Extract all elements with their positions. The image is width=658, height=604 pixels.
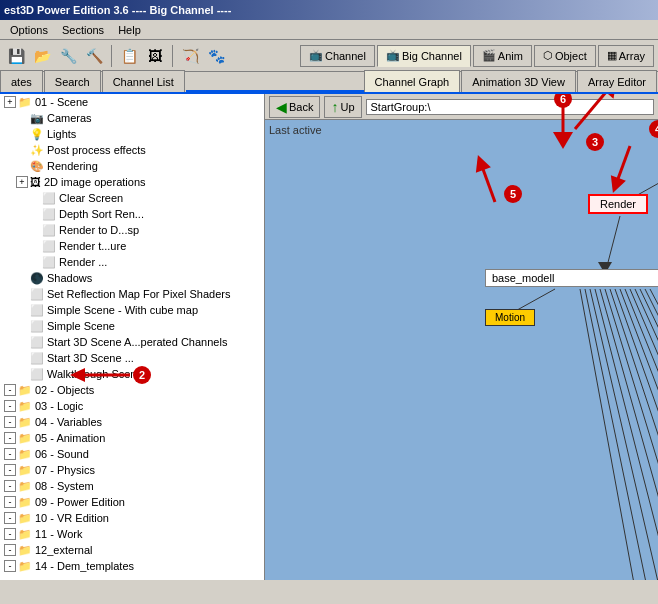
tree-item[interactable]: ⬜Clear Screen	[0, 190, 264, 206]
expand-btn[interactable]: -	[4, 416, 16, 428]
toolbar-footprint[interactable]: 🐾	[204, 44, 228, 68]
toolbar-build[interactable]: 🔨	[82, 44, 106, 68]
back-icon: ◀	[276, 99, 287, 115]
channel-tab-array[interactable]: ▦ Array	[598, 45, 654, 67]
svg-line-5	[600, 289, 658, 580]
toolbar-image[interactable]: 🖼	[143, 44, 167, 68]
tree-icon: 📁	[18, 432, 32, 445]
toolbar-arrow[interactable]: 🏹	[178, 44, 202, 68]
back-button[interactable]: ◀ Back	[269, 96, 320, 118]
svg-line-27	[616, 146, 630, 184]
tree-label: Render ...	[59, 256, 107, 268]
tree-item[interactable]: -📁10 - VR Edition	[0, 510, 264, 526]
svg-line-9	[620, 289, 658, 580]
tree-label: Start 3D Scene A...perated Channels	[47, 336, 227, 348]
tree-item[interactable]: ⬜Walkthrough Scene	[0, 366, 264, 382]
menu-sections[interactable]: Sections	[56, 22, 110, 38]
svg-point-25	[649, 120, 658, 138]
tree-item[interactable]: +📁01 - Scene	[0, 94, 264, 110]
toolbar-open[interactable]: 📂	[30, 44, 54, 68]
tree-item[interactable]: -📁09 - Power Edition	[0, 494, 264, 510]
tree-item[interactable]: ⬜Render to D...sp	[0, 222, 264, 238]
expand-btn[interactable]: -	[4, 480, 16, 492]
expand-btn[interactable]: -	[4, 544, 16, 556]
tree-item[interactable]: ⬜Simple Scene	[0, 318, 264, 334]
tree-item[interactable]: 💡Lights	[0, 126, 264, 142]
channel-tab-anim[interactable]: 🎬 Anim	[473, 45, 532, 67]
tree-item[interactable]: ⬜Simple Scene - With cube map	[0, 302, 264, 318]
tree-icon: 📷	[30, 112, 44, 125]
motion-node[interactable]: Motion	[485, 309, 535, 326]
expand-btn[interactable]: +	[4, 96, 16, 108]
tree-item[interactable]: -📁12_external	[0, 542, 264, 558]
up-button[interactable]: ↑ Up	[324, 96, 361, 118]
svg-line-11	[630, 289, 658, 580]
tree-item[interactable]: ✨Post process effects	[0, 142, 264, 158]
tree-label: 02 - Objects	[35, 384, 94, 396]
connections-svg	[265, 94, 658, 580]
up-icon: ↑	[331, 99, 338, 115]
expand-btn[interactable]: -	[4, 400, 16, 412]
tree-item[interactable]: ⬜Render ...	[0, 254, 264, 270]
expand-btn[interactable]: -	[4, 560, 16, 572]
expand-btn[interactable]: +	[16, 176, 28, 188]
expand-btn[interactable]: -	[4, 432, 16, 444]
expand-btn[interactable]: -	[4, 448, 16, 460]
tree-item[interactable]: 🌑Shadows	[0, 270, 264, 286]
tree-icon: ⬜	[30, 304, 44, 317]
render-node[interactable]: Render	[588, 194, 648, 214]
tree-item[interactable]: -📁04 - Variables	[0, 414, 264, 430]
back-label: Back	[289, 101, 313, 113]
tree-item[interactable]: 🎨Rendering	[0, 158, 264, 174]
tree-icon: 📁	[18, 560, 32, 573]
tree-item[interactable]: -📁11 - Work	[0, 526, 264, 542]
tree-item[interactable]: -📁02 - Objects	[0, 382, 264, 398]
tree-item[interactable]: ⬜Depth Sort Ren...	[0, 206, 264, 222]
tab-array-editor[interactable]: Array Editor	[577, 70, 657, 92]
tree-label: 01 - Scene	[35, 96, 88, 108]
tree-label: 11 - Work	[35, 528, 82, 540]
tab-animation-3d[interactable]: Animation 3D View	[461, 70, 576, 92]
render-node-label: Render	[600, 198, 636, 210]
tab-search[interactable]: Search	[44, 70, 101, 92]
tree-item[interactable]: -📁06 - Sound	[0, 446, 264, 462]
tree-item[interactable]: ⬜Start 3D Scene ...	[0, 350, 264, 366]
expand-btn[interactable]: -	[4, 512, 16, 524]
menu-options[interactable]: Options	[4, 22, 54, 38]
tree-icon: 📁	[18, 544, 32, 557]
expand-btn[interactable]: -	[4, 496, 16, 508]
toolbar-sep-1	[111, 45, 112, 67]
base-node[interactable]: base_modell	[485, 269, 658, 287]
tree-icon: 📁	[18, 528, 32, 541]
expand-btn[interactable]: -	[4, 528, 16, 540]
tree-item[interactable]: ⬜Render t...ure	[0, 238, 264, 254]
tree-item[interactable]: -📁08 - System	[0, 478, 264, 494]
tab-channel-graph[interactable]: Channel Graph	[364, 70, 461, 92]
right-panel[interactable]: ◀ Back ↑ Up StartGroup:\ Last active	[265, 94, 658, 580]
toolbar-paste[interactable]: 📋	[117, 44, 141, 68]
tree-label: 03 - Logic	[35, 400, 83, 412]
toolbar-settings[interactable]: 🔧	[56, 44, 80, 68]
nav-path[interactable]: StartGroup:\	[366, 99, 654, 115]
tree-item[interactable]: -📁07 - Physics	[0, 462, 264, 478]
channel-tab-object[interactable]: ⬡ Object	[534, 45, 596, 67]
menu-help[interactable]: Help	[112, 22, 147, 38]
tree-item[interactable]: -📁03 - Logic	[0, 398, 264, 414]
tree-item[interactable]: -📁14 - Dem_templates	[0, 558, 264, 574]
toolbar-new[interactable]: 💾	[4, 44, 28, 68]
channel-tab-bigchannel[interactable]: 📺 Big Channel	[377, 45, 471, 67]
tree-item[interactable]: ⬜Set Reflection Map For Pixel Shaders	[0, 286, 264, 302]
expand-btn[interactable]: -	[4, 464, 16, 476]
tree-item[interactable]: +🖼2D image operations	[0, 174, 264, 190]
tree-item[interactable]: -📁05 - Animation	[0, 430, 264, 446]
tree-label: 12_external	[35, 544, 93, 556]
tree-item[interactable]: 📷Cameras	[0, 110, 264, 126]
expand-btn[interactable]: -	[4, 384, 16, 396]
tree-item[interactable]: ⬜Start 3D Scene A...perated Channels	[0, 334, 264, 350]
tree-label: Cameras	[47, 112, 92, 124]
channel-tab-channel[interactable]: 📺 Channel	[300, 45, 375, 67]
channel-icon: 📺	[309, 49, 323, 62]
tab-ates[interactable]: ates	[0, 70, 43, 92]
motion-node-label: Motion	[495, 312, 525, 323]
tab-channel-list[interactable]: Channel List	[102, 70, 185, 92]
